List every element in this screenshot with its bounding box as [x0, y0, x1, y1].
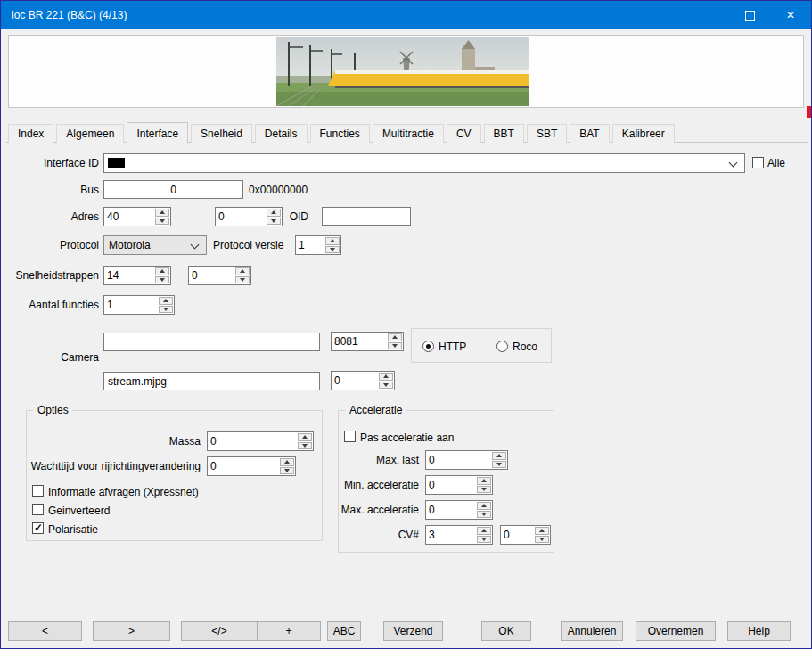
snelheidstrappen-label: Snelheidstrappen [16, 269, 99, 282]
spin-down-button[interactable] [267, 218, 281, 226]
spin-up-button[interactable] [155, 267, 169, 275]
cv-input-2[interactable] [501, 526, 535, 544]
spin-up-button[interactable] [379, 373, 393, 381]
tab-cv[interactable]: CV [447, 124, 481, 143]
spin-down-button[interactable] [155, 276, 169, 284]
ok-button[interactable]: OK [481, 621, 531, 641]
spin-down-button[interactable] [379, 382, 393, 390]
oid-label: OID [290, 210, 308, 223]
roco-radio[interactable] [496, 341, 508, 352]
spin-down-button[interactable] [298, 442, 312, 450]
protocol-label: Protocol [60, 239, 99, 251]
protocol-versie-input[interactable] [296, 236, 325, 254]
prev-button[interactable]: < [8, 621, 82, 641]
spin-down-button[interactable] [492, 461, 506, 469]
alle-checkbox[interactable] [752, 157, 764, 168]
adres-input[interactable] [104, 208, 155, 226]
wachttijd-label: Wachttijd voor rijrichtingverandering [31, 460, 201, 472]
spin-down-button[interactable] [477, 486, 491, 494]
spin-down-button[interactable] [280, 467, 294, 475]
abc-button[interactable]: ABC [327, 621, 361, 641]
close-icon: ✕ [786, 9, 795, 21]
code-button[interactable]: </> [181, 621, 258, 641]
spin-up-button[interactable] [155, 209, 169, 217]
max-last-input[interactable] [426, 451, 492, 469]
banner-photo [276, 37, 529, 106]
tab-functies[interactable]: Functies [310, 124, 370, 143]
spin-up-button[interactable] [235, 267, 250, 275]
pas-acceleratie-checkbox[interactable] [344, 431, 356, 442]
spin-up-button[interactable] [298, 433, 312, 441]
oid-input[interactable] [322, 207, 411, 226]
spin-up-button[interactable] [280, 458, 294, 466]
close-button[interactable]: ✕ [770, 1, 811, 29]
aantal-functies-input[interactable] [104, 296, 159, 314]
acceleratie-group-legend: Acceleratie [346, 404, 406, 416]
spin-up-button[interactable] [325, 237, 340, 245]
tab-index[interactable]: Index [8, 124, 53, 143]
tab-snelheid[interactable]: Snelheid [191, 124, 252, 143]
camera-port-input[interactable] [332, 333, 388, 350]
tab-multitractie[interactable]: Multitractie [373, 124, 444, 143]
maximize-button[interactable] [729, 1, 770, 29]
spin-down-button[interactable] [477, 511, 491, 519]
spin-up-button[interactable] [267, 209, 281, 217]
spin-down-button[interactable] [535, 536, 549, 544]
tab-details[interactable]: Details [255, 124, 308, 143]
min-acceleratie-input[interactable] [426, 476, 477, 494]
polarisatie-checkbox[interactable] [32, 522, 44, 534]
verzend-button[interactable]: Verzend [383, 621, 443, 641]
tab-interface[interactable]: Interface [127, 122, 188, 144]
tab-bar: Index Algemeen Interface Snelheid Detail… [8, 121, 677, 143]
spin-down-button[interactable] [325, 246, 340, 254]
tab-bbt[interactable]: BBT [484, 124, 524, 143]
snelheidstrappen-input[interactable] [104, 267, 155, 284]
cv-label: CV# [398, 529, 419, 541]
adres-input-2[interactable] [216, 208, 267, 226]
spin-down-button[interactable] [235, 276, 250, 284]
cv-spinner-2 [500, 525, 551, 545]
max-acceleratie-input[interactable] [426, 501, 477, 519]
spin-up-button[interactable] [477, 527, 491, 535]
spin-up-button[interactable] [159, 297, 173, 305]
caption-buttons: ✕ [729, 1, 811, 29]
next-button[interactable]: > [93, 621, 170, 641]
spin-up-button[interactable] [477, 502, 491, 510]
spin-down-button[interactable] [155, 218, 169, 226]
snelheidstrappen-input-2[interactable] [189, 267, 235, 284]
help-button[interactable]: Help [727, 621, 791, 641]
bus-hex-value: 0x00000000 [249, 184, 308, 196]
add-button[interactable]: + [257, 621, 321, 641]
bus-input[interactable] [103, 180, 243, 199]
camera-input-2[interactable] [332, 372, 379, 390]
tab-sbt[interactable]: SBT [527, 124, 567, 143]
tab-algemeen[interactable]: Algemeen [56, 124, 124, 143]
massa-input[interactable] [208, 432, 298, 450]
wachttijd-input[interactable] [208, 457, 280, 475]
spin-down-button[interactable] [477, 536, 491, 544]
opties-group-legend: Opties [34, 404, 72, 416]
tab-bat[interactable]: BAT [570, 124, 609, 143]
spin-down-button[interactable] [388, 342, 402, 350]
snelheidstrappen-spinner-2 [188, 266, 251, 285]
snelheidstrappen-spinner [103, 266, 171, 285]
interface-id-combobox[interactable] [103, 153, 745, 173]
max-acceleratie-spinner [425, 500, 493, 520]
geinverteerd-checkbox[interactable] [32, 504, 44, 515]
tab-kalibreer[interactable]: Kalibreer [612, 124, 675, 143]
protocol-dropdown[interactable]: Motorola [103, 235, 207, 255]
interface-id-color-swatch [108, 158, 125, 168]
title-bar[interactable]: loc BR 221 (B&C) (4/13) ✕ [1, 1, 811, 29]
spin-up-button[interactable] [492, 452, 506, 460]
spin-down-button[interactable] [159, 306, 173, 314]
spin-up-button[interactable] [477, 477, 491, 485]
camera-url-input[interactable] [103, 333, 320, 351]
annuleren-button[interactable]: Annuleren [561, 621, 623, 641]
overnemen-button[interactable]: Overnemen [636, 621, 716, 641]
camera-stream-input[interactable] [103, 372, 320, 390]
http-radio[interactable] [422, 341, 434, 352]
spin-up-button[interactable] [388, 333, 402, 341]
xpressnet-checkbox[interactable] [32, 485, 44, 497]
spin-up-button[interactable] [535, 527, 549, 535]
cv-input[interactable] [426, 526, 477, 544]
